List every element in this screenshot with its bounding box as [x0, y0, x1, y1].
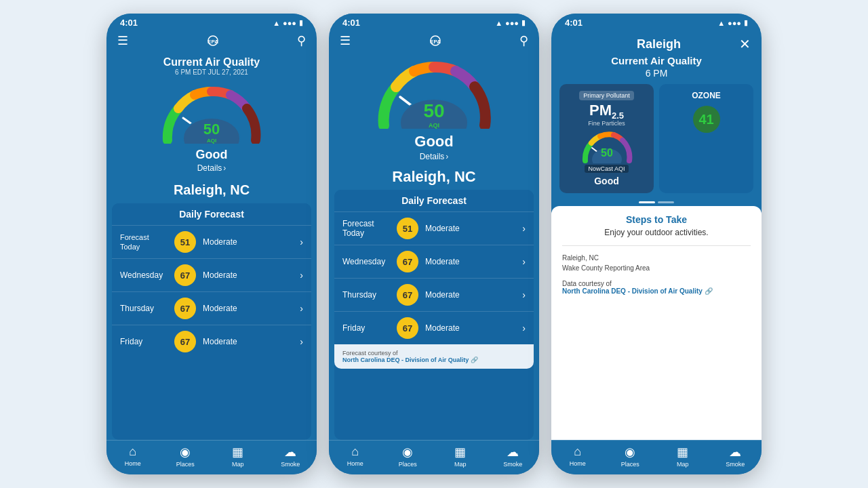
search-icon-2[interactable]: ⚲ — [519, 33, 528, 48]
menu-icon-1[interactable]: ☰ — [117, 33, 128, 48]
gauge-1: 50 AQI — [157, 83, 266, 144]
aq-subtitle-1: 6 PM EDT JUL 27, 2021 — [175, 68, 248, 76]
steps-section: Steps to Take Enjoy your outdoor activit… — [551, 206, 762, 440]
forecast-row-today-2[interactable]: Forecast Today 51 Moderate › — [334, 211, 534, 245]
status-time-2: 4:01 — [342, 18, 360, 28]
ozone-aqi: 41 — [693, 106, 720, 133]
chevron-today-2: › — [522, 223, 526, 234]
forecast-quality-today-2: Moderate — [425, 224, 522, 233]
forecast-row-fri-2[interactable]: Friday 67 Moderate › — [334, 311, 534, 344]
aq-title-1: Current Air Quality — [163, 56, 260, 68]
svg-text:50: 50 — [203, 121, 220, 138]
forecast-row-fri-1[interactable]: Friday 67 Moderate › — [112, 325, 311, 358]
nav-map-3[interactable]: ▦ Map — [656, 445, 709, 468]
nav-smoke-label-2: Smoke — [503, 461, 522, 468]
forecast-day-wed-2: Wednesday — [342, 257, 397, 266]
places-icon-3: ◉ — [625, 445, 635, 460]
bottom-nav-2: ⌂ Home ◉ Places ▦ Map ☁ Smoke — [329, 440, 539, 474]
forecast-badge-fri-1: 67 — [174, 331, 196, 352]
forecast-badge-wed-2: 67 — [397, 251, 418, 272]
pm25-card: Primary Pollutant PM2.5 Fine Particles 5… — [559, 84, 654, 193]
pm25-name: PM2.5 — [589, 103, 624, 120]
nav-map-1[interactable]: ▦ Map — [212, 445, 264, 468]
phone-3: 4:01 ▲ ●●● ▮ Raleigh ✕ Current Air Quali… — [551, 14, 762, 474]
pm25-gauge: 50 — [580, 131, 634, 163]
nav-places-3[interactable]: ◉ Places — [604, 445, 657, 468]
battery-icon-3: ▮ — [744, 18, 748, 27]
aq-section-2: 50 AQI Good Details › — [329, 54, 539, 165]
source-link-3[interactable]: North Carolina DEQ - Division of Air Qua… — [562, 287, 751, 295]
forecast-title-1: Daily Forecast — [112, 203, 311, 225]
quality-label-2: Good — [414, 133, 453, 150]
wifi-icon: ▲ — [273, 19, 280, 27]
bottom-nav-3: ⌂ Home ◉ Places ▦ Map ☁ Smoke — [551, 440, 762, 474]
forecast-day-thu-2: Thursday — [342, 290, 397, 300]
forecast-badge-wed-1: 67 — [174, 264, 196, 286]
forecast-badge-thu-2: 67 — [397, 284, 418, 306]
nav-home-2[interactable]: ⌂ Home — [329, 445, 382, 468]
forecast-row-thu-1[interactable]: Thursday 67 Moderate › — [112, 291, 311, 325]
nav-map-2[interactable]: ▦ Map — [434, 445, 487, 468]
bottom-nav-1: ⌂ Home ◉ Places ▦ Map ☁ Smoke — [106, 440, 317, 474]
content-1: Current Air Quality 6 PM EDT JUL 27, 202… — [106, 54, 317, 440]
forecast-day-today: ForecastToday — [120, 232, 174, 252]
nav-places-1[interactable]: ◉ Places — [159, 445, 212, 468]
status-icons-3: ▲ ●●● ▮ — [717, 18, 748, 27]
nav-smoke-3[interactable]: ☁ Smoke — [709, 445, 762, 468]
map-icon-1: ▦ — [232, 445, 243, 460]
search-icon-1[interactable]: ⚲ — [297, 33, 306, 48]
aq-header-3: Current Air Quality 6 PM — [551, 55, 762, 84]
details-link-2[interactable]: Details › — [420, 152, 449, 161]
nav-smoke-2[interactable]: ☁ Smoke — [487, 445, 540, 468]
forecast-day-wed-1: Wednesday — [120, 270, 174, 280]
gauge-2: 50 AQI — [372, 58, 497, 129]
forecast-row-wed-2[interactable]: Wednesday 67 Moderate › — [334, 245, 534, 278]
map-icon-2: ▦ — [454, 445, 466, 460]
nav-places-2[interactable]: ◉ Places — [382, 445, 435, 468]
nav-home-1[interactable]: ⌂ Home — [106, 445, 159, 468]
pm25-quality: Good — [594, 176, 619, 186]
menu-icon-2[interactable]: ☰ — [340, 33, 351, 48]
svg-text:AQI: AQI — [207, 138, 216, 144]
source-link-2[interactable]: North Carolina DEQ - Division of Air Qua… — [342, 357, 526, 363]
chevron-wed-1: › — [300, 270, 303, 281]
forecast-quality-thu-1: Moderate — [203, 304, 300, 313]
nav-smoke-1[interactable]: ☁ Smoke — [264, 445, 317, 468]
svg-text:EPA: EPA — [430, 39, 441, 45]
nav-home-label-3: Home — [570, 460, 586, 467]
primary-badge: Primary Pollutant — [579, 91, 634, 100]
forecast-row-today-1[interactable]: ForecastToday 51 Moderate › — [112, 225, 311, 258]
forecast-quality-fri-1: Moderate — [203, 337, 300, 346]
forecast-2: Daily Forecast Forecast Today 51 Moderat… — [334, 190, 534, 440]
forecast-badge-today-1: 51 — [174, 231, 196, 253]
pm25-aqi-label: NowCast AQI — [585, 165, 628, 173]
slide-dot-1 — [639, 201, 655, 203]
forecast-row-wed-1[interactable]: Wednesday 67 Moderate › — [112, 258, 311, 291]
forecast-day-fri-2: Friday — [342, 323, 397, 333]
status-icons-1: ▲ ●●● ▮ — [273, 18, 303, 27]
steps-text: Enjoy your outdoor activities. — [562, 228, 751, 237]
modal-time: 6 PM — [562, 68, 751, 79]
forecast-1: Daily Forecast ForecastToday 51 Moderate… — [112, 203, 311, 440]
status-bar-3: 4:01 ▲ ●●● ▮ — [551, 14, 762, 30]
details-link-1[interactable]: Details › — [197, 163, 226, 173]
home-icon-2: ⌂ — [351, 445, 359, 459]
close-button-3[interactable]: ✕ — [739, 36, 751, 52]
phone-1: 4:01 ▲ ●●● ▮ ☰ EPA ⚲ Current Air Quality… — [106, 14, 317, 474]
forecast-quality-wed-1: Moderate — [203, 270, 300, 280]
svg-text:50: 50 — [423, 100, 444, 121]
slide-indicator — [551, 199, 762, 206]
nav-home-3[interactable]: ⌂ Home — [551, 445, 604, 468]
ozone-name: OZONE — [692, 91, 721, 100]
battery-icon: ▮ — [299, 18, 303, 27]
chevron-wed-2: › — [522, 256, 526, 267]
smoke-icon-3: ☁ — [729, 445, 741, 460]
forecast-row-thu-2[interactable]: Thursday 67 Moderate › — [334, 278, 534, 311]
forecast-quality-today-1: Moderate — [203, 237, 300, 247]
status-icons-2: ▲ ●●● ▮ — [495, 18, 526, 27]
aq-section-1: Current Air Quality 6 PM EDT JUL 27, 202… — [106, 54, 317, 178]
places-icon-2: ◉ — [402, 445, 413, 460]
nav-smoke-label-3: Smoke — [726, 461, 745, 468]
chevron-right-icon: › — [223, 163, 226, 173]
signal-icon: ●●● — [283, 19, 296, 27]
